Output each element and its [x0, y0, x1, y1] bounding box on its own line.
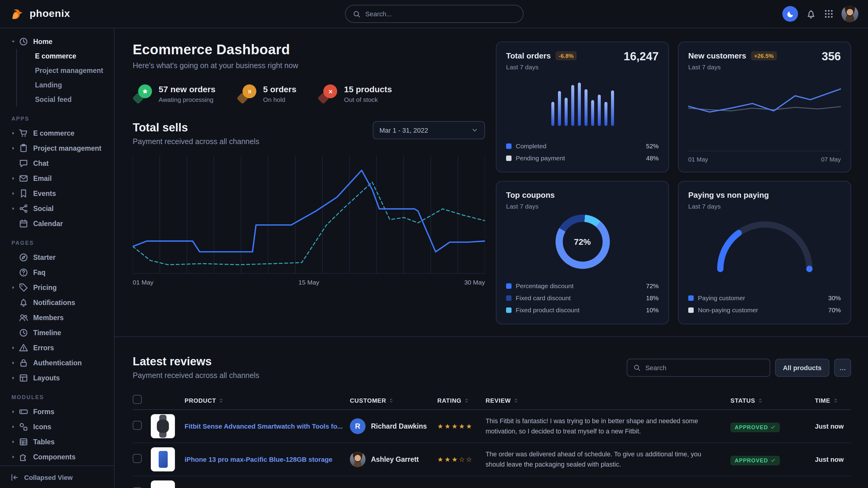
- col-review: REVIEW: [486, 397, 731, 404]
- sidebar-item-chat[interactable]: Chat: [0, 156, 114, 171]
- global-search-input[interactable]: [365, 10, 516, 18]
- total-sells-title: Total sells: [133, 121, 259, 134]
- apps-grid-icon[interactable]: [824, 9, 834, 19]
- row-checkbox[interactable]: [133, 421, 142, 429]
- more-actions-button[interactable]: …: [834, 358, 851, 377]
- stat-value: 5 orders: [263, 85, 297, 94]
- customer-avatar: R: [350, 418, 366, 434]
- sidebar-item-home[interactable]: Home: [0, 34, 114, 49]
- sidebar-item-faq[interactable]: Faq: [0, 265, 114, 280]
- product-link[interactable]: iPhone 13 pro max-Pacific Blue-128GB sto…: [185, 456, 350, 463]
- legend-swatch: [688, 295, 694, 300]
- rating-stars: ★★★★★: [437, 422, 486, 430]
- total-orders-value: 16,247: [624, 50, 659, 63]
- bell-icon: [19, 297, 28, 307]
- order-bar: [564, 98, 567, 126]
- sort-icon[interactable]: [833, 398, 838, 403]
- date-range-value: Mar 1 - 31, 2022: [379, 127, 428, 134]
- sort-icon[interactable]: [757, 398, 763, 403]
- card-title: New customers: [688, 51, 746, 60]
- sidebar-item-project-management[interactable]: Project management: [17, 63, 114, 78]
- legend-row: Fixed card discount18%: [506, 293, 659, 303]
- sidebar-item-calendar[interactable]: Calendar: [0, 216, 114, 231]
- sidebar-item-authentication[interactable]: Authentication: [0, 355, 114, 370]
- legend-row: Paying customer30%: [688, 293, 841, 303]
- total-sells-header: Total sells Payment received across all …: [133, 121, 485, 146]
- brand[interactable]: phoenix: [10, 6, 70, 22]
- x-icon: [328, 88, 334, 94]
- date-range-select[interactable]: Mar 1 - 31, 2022: [373, 121, 485, 139]
- sidebar-item-social[interactable]: Social: [0, 201, 114, 216]
- form-input-icon: [19, 406, 28, 416]
- product-thumbnail: [151, 481, 175, 488]
- legend-swatch: [688, 307, 694, 313]
- all-products-button[interactable]: All products: [775, 358, 829, 377]
- sidebar-item-starter[interactable]: Starter: [0, 250, 114, 265]
- review-time: Just now: [804, 423, 851, 430]
- question-circle-icon: [19, 267, 28, 277]
- sidebar-item-notifications[interactable]: Notifications: [0, 295, 114, 310]
- legend-row: Pending payment48%: [506, 153, 659, 163]
- x-label: 01 May: [133, 279, 154, 286]
- star-icon: [142, 88, 148, 95]
- sidebar-item-components[interactable]: Components: [0, 449, 114, 464]
- sidebar-item-project-management[interactable]: Project management: [0, 140, 114, 156]
- collapsed-view-toggle[interactable]: Collapsed View: [0, 465, 114, 488]
- order-bar: [578, 83, 581, 126]
- row-checkbox[interactable]: [133, 454, 142, 463]
- orders-legend: Completed52%Pending payment48%: [506, 141, 659, 163]
- sidebar-item-members[interactable]: Members: [0, 310, 114, 325]
- sidebar-item-e-commerce[interactable]: E commerce: [0, 125, 114, 140]
- sidebar-item-landing[interactable]: Landing: [17, 78, 114, 92]
- total-sells-x-labels: 01 May 15 May 30 May: [133, 279, 485, 286]
- sidebar-item-errors[interactable]: Errors: [0, 340, 114, 355]
- stat-value: 57 new orders: [159, 85, 215, 94]
- paying-vs-nonpaying-card: Paying vs non paying Last 7 days Paying …: [678, 181, 851, 324]
- notifications-bell-icon[interactable]: [806, 9, 816, 19]
- chat-icon: [19, 158, 28, 168]
- order-bar: [611, 90, 614, 126]
- x-label: 30 May: [464, 279, 485, 286]
- search-icon: [633, 364, 641, 371]
- change-badge: -6.8%: [556, 51, 577, 60]
- bookmark-icon: [19, 188, 28, 198]
- global-search[interactable]: [345, 5, 523, 23]
- reviews-subtitle: Payment received across all channels: [133, 371, 259, 380]
- reviews-search[interactable]: [627, 358, 770, 377]
- legend-swatch: [506, 155, 512, 161]
- sidebar-item-icons[interactable]: Icons: [0, 419, 114, 434]
- sidebar-item-events[interactable]: Events: [0, 186, 114, 201]
- caret-down-icon: [11, 39, 19, 44]
- sort-icon[interactable]: [389, 398, 394, 403]
- shapes-icon: [19, 422, 28, 431]
- select-all-checkbox[interactable]: [133, 395, 142, 404]
- row-checkbox[interactable]: [133, 487, 142, 488]
- sidebar-item-timeline[interactable]: Timeline: [0, 325, 114, 340]
- calendar-icon: [19, 219, 28, 228]
- caret-right-icon: [11, 176, 19, 181]
- sort-icon[interactable]: [513, 398, 519, 403]
- card-period: Last 7 days: [688, 202, 841, 210]
- sidebar-item-social-feed[interactable]: Social feed: [17, 92, 114, 107]
- sidebar-item-e-commerce[interactable]: E commerce: [17, 49, 114, 63]
- sidebar-item-tables[interactable]: Tables: [0, 434, 114, 449]
- customer-name: Richard Dawkins: [371, 423, 427, 430]
- sort-icon[interactable]: [219, 398, 224, 403]
- review-text: This Fitbit is fantastic! I was trying t…: [486, 416, 731, 436]
- caret-right-icon: [11, 345, 19, 350]
- layout-icon: [19, 373, 28, 383]
- product-link[interactable]: Fitbit Sense Advanced Smartwatch with To…: [185, 423, 350, 430]
- order-bar: [584, 89, 587, 126]
- caret-right-icon: [11, 439, 19, 444]
- sidebar-item-forms[interactable]: Forms: [0, 404, 114, 419]
- sort-icon[interactable]: [464, 398, 469, 403]
- reviews-search-input[interactable]: [645, 364, 764, 371]
- sidebar-item-email[interactable]: Email: [0, 171, 114, 186]
- customer-avatar: [350, 485, 366, 488]
- sidebar-item-pricing[interactable]: Pricing: [0, 280, 114, 295]
- collapse-left-icon: [10, 473, 19, 481]
- theme-toggle-button[interactable]: [782, 6, 798, 22]
- sidebar-item-layouts[interactable]: Layouts: [0, 370, 114, 385]
- user-avatar[interactable]: [841, 5, 858, 22]
- out-of-stock-bubble: [318, 85, 338, 103]
